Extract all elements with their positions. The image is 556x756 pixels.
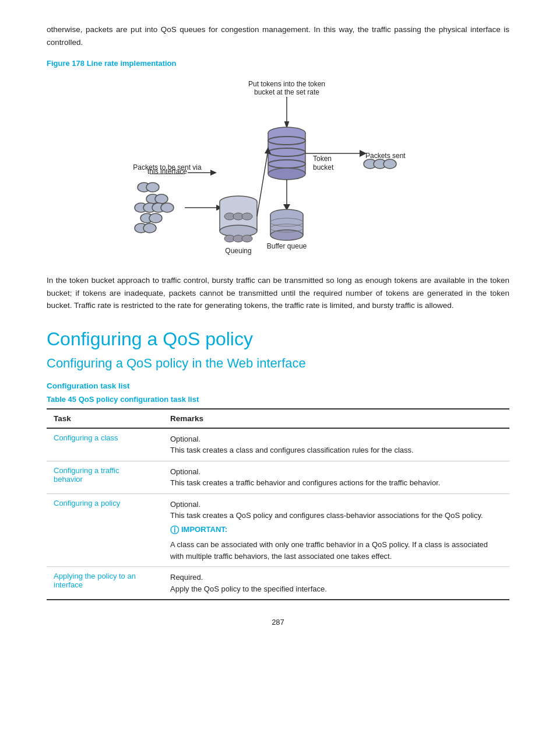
- important-row: ⓘ IMPORTANT:: [170, 524, 502, 537]
- remarks-text-policy: Optional. This task creates a QoS policy…: [170, 499, 502, 562]
- remarks-required-apply: Required.: [170, 572, 502, 583]
- configuring-class-link[interactable]: Configuring a class: [54, 433, 118, 442]
- main-heading: Configuring a QoS policy: [47, 328, 509, 350]
- this-interface-label: this interface: [147, 167, 187, 176]
- token-label1: Token: [313, 155, 332, 163]
- sub-heading: Configuring a QoS policy in the Web inte…: [47, 356, 509, 371]
- task-cell-policy: Configuring a policy: [47, 494, 163, 567]
- diagram-svg: Put tokens into the token bucket at the …: [115, 74, 441, 260]
- put-tokens-label: Put tokens into the token: [248, 80, 325, 88]
- table-row: Configuring a class Optional. This task …: [47, 428, 509, 461]
- remarks-optional-traffic: Optional.: [170, 466, 502, 478]
- task-col-header: Task: [47, 409, 163, 428]
- remarks-desc-class: This task creates a class and configures…: [170, 444, 502, 456]
- pkt-sent-3: [383, 159, 396, 169]
- remarks-desc-apply: Apply the QoS policy to the specified in…: [170, 583, 502, 595]
- remarks-desc-policy: This task creates a QoS policy and confi…: [170, 510, 502, 522]
- remarks-cell-policy: Optional. This task creates a QoS policy…: [163, 494, 509, 567]
- remarks-optional-policy: Optional.: [170, 499, 502, 510]
- task-cell-class: Configuring a class: [47, 428, 163, 461]
- table-header-row: Task Remarks: [47, 409, 509, 428]
- table-header: Task Remarks: [47, 409, 509, 428]
- body-paragraph: In the token bucket approach to traffic …: [47, 274, 509, 312]
- remarks-text-class: Optional. This task creates a class and …: [170, 433, 502, 456]
- task-cell-traffic: Configuring a trafficbehavior: [47, 461, 163, 494]
- queue-to-barrel-arrow: [257, 153, 268, 216]
- packets-sent-label: Packets sent: [365, 152, 406, 160]
- page-number: 287: [47, 618, 509, 626]
- figure-label: Figure 178 Line rate implementation: [47, 59, 509, 68]
- section-label: Configuration task list: [47, 382, 509, 390]
- important-icon: ⓘ: [170, 524, 179, 537]
- bucket-set-rate-label: bucket at the set rate: [254, 88, 319, 96]
- configuring-policy-link[interactable]: Configuring a policy: [54, 499, 120, 508]
- applying-policy-link[interactable]: Applying the policy to aninterface: [54, 572, 136, 589]
- table-row: Configuring a policy Optional. This task…: [47, 494, 509, 567]
- remarks-cell-class: Optional. This task creates a class and …: [163, 428, 509, 461]
- remarks-desc-traffic: This task creates a traffic behavior and…: [170, 477, 502, 489]
- pkt-l8: [161, 203, 174, 212]
- token-label2: bucket: [313, 163, 334, 172]
- q-pkt6: [242, 235, 252, 242]
- buffer-bottom: [270, 230, 303, 240]
- buffer-queue-label: Buffer queue: [267, 242, 307, 250]
- configuring-traffic-link[interactable]: Configuring a trafficbehavior: [54, 466, 119, 484]
- barrel-bottom: [268, 168, 305, 180]
- pkt-l4: [155, 194, 168, 204]
- remarks-col-header: Remarks: [163, 409, 509, 428]
- figure-container: Put tokens into the token bucket at the …: [47, 74, 509, 260]
- table-row: Applying the policy to aninterface Requi…: [47, 567, 509, 600]
- pkt-l2: [146, 183, 159, 192]
- table-body: Configuring a class Optional. This task …: [47, 428, 509, 600]
- q-pkt3: [242, 213, 252, 220]
- remarks-optional-class: Optional.: [170, 433, 502, 445]
- table-row: Configuring a trafficbehavior Optional. …: [47, 461, 509, 494]
- remarks-text-traffic: Optional. This task creates a traffic be…: [170, 466, 502, 489]
- remarks-text-apply: Required. Apply the QoS policy to the sp…: [170, 572, 502, 594]
- task-table: Task Remarks Configuring a class Optiona…: [47, 408, 509, 601]
- important-text: A class can be associated with only one …: [170, 539, 502, 562]
- important-label: IMPORTANT:: [181, 524, 227, 536]
- queuing-label: Queuing: [225, 247, 251, 255]
- diagram-area: Put tokens into the token bucket at the …: [115, 74, 441, 260]
- interface-arrowhead: [210, 170, 217, 176]
- task-cell-apply: Applying the policy to aninterface: [47, 567, 163, 600]
- intro-paragraph: otherwise, packets are put into QoS queu…: [47, 23, 509, 48]
- table-label: Table 45 QoS policy configuration task l…: [47, 395, 509, 404]
- pkt-l12: [143, 223, 156, 233]
- remarks-cell-traffic: Optional. This task creates a traffic be…: [163, 461, 509, 494]
- remarks-cell-apply: Required. Apply the QoS policy to the sp…: [163, 567, 509, 600]
- pkt-l10: [149, 214, 162, 223]
